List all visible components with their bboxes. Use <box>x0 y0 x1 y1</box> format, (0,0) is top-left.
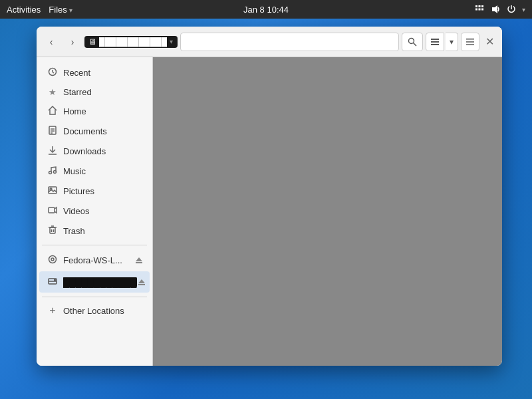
view-list-button[interactable] <box>426 33 444 51</box>
svg-rect-40 <box>138 284 145 285</box>
svg-rect-26 <box>49 207 55 213</box>
videos-label: Videos <box>63 206 90 216</box>
activities-label[interactable]: Activities <box>7 5 41 15</box>
back-button[interactable]: ‹ <box>42 33 61 51</box>
view-sort-dropdown[interactable]: ▾ <box>446 33 458 51</box>
svg-marker-39 <box>138 279 145 283</box>
home-icon <box>47 106 58 117</box>
location-name: ████████████ <box>99 37 167 47</box>
drive2-icon <box>47 277 58 288</box>
sidebar-item-videos[interactable]: Videos <box>39 201 150 221</box>
power-icon[interactable] <box>506 4 517 15</box>
view-options: ▾ <box>426 33 458 51</box>
location-dropdown-arrow[interactable]: ▾ <box>170 38 173 45</box>
documents-label: Documents <box>63 126 107 136</box>
sidebar-item-recent[interactable]: Recent <box>39 63 150 82</box>
forward-button[interactable]: › <box>63 33 82 51</box>
list-view-icon <box>430 37 440 47</box>
sidebar-divider <box>42 245 147 245</box>
svg-rect-14 <box>466 44 474 45</box>
svg-point-22 <box>49 172 52 174</box>
files-label[interactable]: Files ▾ <box>49 5 72 15</box>
location-bar[interactable]: 🖥 ████████████ ▾ <box>84 36 178 48</box>
menu-icon <box>466 37 475 47</box>
svg-rect-5 <box>481 9 483 11</box>
fedora-drive-icon <box>47 255 58 266</box>
sidebar-item-trash[interactable]: Trash <box>39 221 150 241</box>
drive2-label-group: ████████████ <box>47 277 137 288</box>
power-arrow[interactable]: ▾ <box>522 6 525 13</box>
music-label: Music <box>63 166 86 176</box>
downloads-icon <box>47 146 58 157</box>
file-manager-window: ‹ › 🖥 ████████████ ▾ <box>37 27 502 366</box>
close-button[interactable]: ✕ <box>482 35 497 49</box>
svg-rect-3 <box>475 9 477 11</box>
volume-icon[interactable] <box>490 4 501 15</box>
svg-rect-9 <box>431 39 439 40</box>
sidebar-item-documents[interactable]: Documents <box>39 122 150 141</box>
svg-rect-11 <box>431 44 439 45</box>
svg-point-7 <box>409 38 414 43</box>
fedora-drive-label-group: Fedora-WS-L... <box>47 255 131 266</box>
sidebar-item-pictures[interactable]: Pictures <box>39 182 150 201</box>
trash-label: Trash <box>63 226 85 236</box>
pictures-label: Pictures <box>63 186 94 196</box>
topbar-left: Activities Files ▾ <box>7 5 72 15</box>
search-icon <box>408 37 417 47</box>
svg-marker-34 <box>136 257 142 261</box>
other-locations-icon: + <box>47 305 58 316</box>
svg-rect-13 <box>466 41 474 43</box>
headerbar: ‹ › 🖥 ████████████ ▾ <box>37 27 502 57</box>
content-area: Recent ★ Starred Home <box>37 57 502 366</box>
sidebar-drive-fedora[interactable]: Fedora-WS-L... <box>39 249 150 271</box>
sidebar: Recent ★ Starred Home <box>37 57 153 366</box>
svg-marker-6 <box>492 5 497 13</box>
other-locations-label: Other Locations <box>63 306 124 316</box>
svg-rect-2 <box>481 5 483 7</box>
search-button[interactable] <box>402 33 423 51</box>
svg-line-8 <box>414 43 417 46</box>
starred-label: Starred <box>63 87 92 97</box>
desktop: Activities Files ▾ Jan 8 10:44 <box>0 0 532 399</box>
svg-rect-0 <box>475 5 477 7</box>
topbar: Activities Files ▾ Jan 8 10:44 <box>0 0 532 19</box>
trash-icon <box>47 225 58 237</box>
file-area[interactable] <box>153 57 502 366</box>
fedora-eject-button[interactable] <box>131 252 147 268</box>
home-label: Home <box>63 106 86 116</box>
sidebar-item-music[interactable]: Music <box>39 162 150 181</box>
svg-rect-1 <box>479 5 481 7</box>
svg-point-23 <box>54 171 57 174</box>
sidebar-drive-active[interactable]: ████████████ <box>39 271 150 293</box>
path-input[interactable] <box>180 33 399 51</box>
hamburger-menu-button[interactable] <box>461 33 479 51</box>
svg-rect-35 <box>136 262 142 263</box>
sidebar-item-starred[interactable]: ★ Starred <box>39 83 150 101</box>
downloads-label: Downloads <box>63 146 106 156</box>
recent-icon <box>47 67 58 78</box>
videos-icon <box>47 205 58 217</box>
svg-rect-12 <box>466 39 474 40</box>
sidebar-item-other-locations[interactable]: + Other Locations <box>39 301 150 320</box>
recent-label: Recent <box>63 68 90 78</box>
starred-icon: ★ <box>47 87 58 97</box>
sidebar-divider-2 <box>42 297 147 297</box>
drive2-eject-button[interactable] <box>137 274 147 290</box>
documents-icon <box>47 126 58 137</box>
svg-rect-28 <box>50 227 55 233</box>
svg-point-38 <box>55 279 56 281</box>
network-icon <box>474 4 485 15</box>
pictures-icon <box>47 186 58 197</box>
drive2-name: ████████████ <box>63 277 137 287</box>
svg-point-33 <box>51 258 54 261</box>
sidebar-item-home[interactable]: Home <box>39 102 150 121</box>
topbar-datetime: Jan 8 10:44 <box>243 5 289 15</box>
music-icon <box>47 166 58 177</box>
svg-rect-4 <box>479 9 481 11</box>
svg-point-32 <box>49 255 57 263</box>
fedora-drive-name: Fedora-WS-L... <box>63 255 122 265</box>
svg-rect-10 <box>431 41 439 43</box>
sidebar-item-downloads[interactable]: Downloads <box>39 142 150 161</box>
topbar-right: ▾ <box>474 4 525 15</box>
location-device-icon: 🖥 <box>88 37 96 47</box>
